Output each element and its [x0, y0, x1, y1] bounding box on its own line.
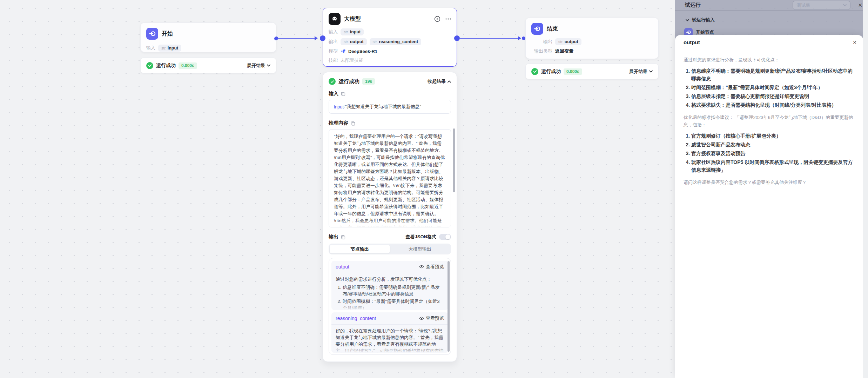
reasoning-content-box[interactable]: "好的，我现在需要处理用户的一个请求：“请改写我想知道关于龙与地下城的最新信息的… [329, 129, 451, 227]
close-panel-button[interactable]: ✕ [858, 2, 862, 8]
copy-icon[interactable] [341, 235, 345, 239]
chevron-down-icon [267, 64, 270, 67]
advice-item: 玩家社区热议内容TOP5 以时间倒序表格形式呈现，附关键变更摘要及官方信息来源链… [691, 158, 854, 174]
advice-item: 官方规则修订（按核心手册/扩展包分类） [691, 132, 854, 140]
panel-title: 试运行 [685, 2, 701, 8]
output-type-value: 返回变量 [555, 48, 573, 54]
edge-start-to-llm [277, 38, 317, 39]
run-input-value: input:"我想知道关于龙与地下城的最新信息" [329, 100, 451, 114]
node-output-container[interactable]: output 查看预览 通过对您的需求进行分析，发现以下可优化点： 信息维度不明… [329, 258, 451, 355]
issue-item: 信息维度不明确：需要明确是规则更新/新产品发布/赛事活动/社区动态中的哪类信息 [691, 67, 854, 82]
issue-item: 时间范围模糊："最新"需要具体时间界定（如近3个月/半年） [691, 84, 854, 91]
input-port[interactable] [320, 35, 325, 41]
close-preview-button[interactable]: ✕ [853, 40, 857, 45]
reasoning-variable-box: reasoning_content 查看预览 好的，我现在需要处理用户的一个请求… [331, 312, 448, 353]
json-toggle-label: 查看JSON格式 [406, 234, 436, 240]
output-preview-popup: output ✕ 通过对您的需求进行分析，发现以下可优化点： 信息维度不明确：需… [675, 35, 863, 378]
popup-footer: 请问这样调整是否契合您的需求？或需要补充其他关注维度？ [684, 179, 854, 186]
node-llm[interactable]: 大模型 输入 str. input 输出 str. output str. re… [323, 8, 457, 67]
variable-name: output [336, 264, 349, 270]
copy-icon[interactable] [341, 92, 345, 96]
workflow-canvas[interactable]: 开始 输入 str. input 运行成功 0.000s 展开结果 [0, 0, 868, 378]
skill-label: 技能 [329, 57, 338, 64]
deepseek-logo-icon [341, 48, 346, 54]
output-label: 输出 [329, 39, 338, 45]
output-section-label: 输出 [329, 234, 338, 240]
variable-chip-output: str. output [341, 38, 367, 45]
expand-result-button[interactable]: 展开结果 [629, 68, 653, 75]
page-scrollbar-track[interactable] [863, 0, 868, 378]
start-node-entry: 开始节点 [675, 23, 868, 37]
json-format-toggle[interactable] [439, 234, 451, 240]
copy-icon[interactable] [351, 121, 355, 126]
skill-value: 未配置技能 [341, 57, 363, 64]
preview-button[interactable]: 查看预览 [419, 315, 444, 321]
output-variable-box: output 查看预览 通过对您的需求进行分析，发现以下可优化点： 信息维度不明… [331, 261, 448, 310]
variable-chip-input: str. input [341, 28, 364, 35]
node-title: 结束 [547, 25, 653, 33]
run-status-text: 运行成功 [338, 78, 359, 85]
scrollbar-thumb[interactable] [453, 128, 455, 192]
popup-intro: 通过对您的需求进行分析，发现以下可优化点： [684, 56, 854, 64]
output-item: 信息维度不明确：需要明确是规则更新/新产品发布/赛事活动/社区动态中的哪类信息 [343, 284, 444, 297]
issue-item: 格式要求缺失：是否需要结构化呈现（时间线/分类列表/对比表格） [691, 101, 854, 109]
testset-dropdown[interactable]: 测试集 [793, 1, 850, 10]
scrollbar-thumb[interactable] [448, 261, 450, 352]
end-node-icon [531, 23, 543, 35]
duration-badge: 0.000s [179, 62, 197, 69]
llm-node-icon [329, 13, 341, 25]
output-tabs: 节点输出 大模型输出 [329, 244, 451, 254]
variable-chip-reasoning: str. reasoning_content [370, 38, 422, 45]
output-item: 时间范围模糊："最新"需要具体时间界定（如近3个月/半年） [343, 298, 444, 310]
advice-item: 威世智公司新产品发布动态 [691, 141, 854, 148]
chevron-down-icon [843, 4, 847, 6]
run-status-text: 运行成功 [156, 62, 176, 69]
popup-title: output [684, 39, 700, 45]
success-check-icon [146, 62, 153, 69]
expand-result-button[interactable]: 展开结果 [247, 62, 270, 69]
advice-item: 官方授权赛事及活动预告 [691, 150, 854, 157]
start-run-status[interactable]: 运行成功 0.000s 展开结果 [140, 58, 276, 73]
eye-icon [419, 265, 424, 268]
variable-name: reasoning_content [336, 316, 376, 321]
edge-llm-to-end [460, 38, 519, 39]
run-node-button[interactable] [434, 16, 440, 22]
node-title: 大模型 [344, 15, 434, 23]
output-type-label: 输出类型 [531, 48, 552, 54]
input-label: 输入 [329, 29, 338, 35]
start-node-icon [146, 28, 158, 40]
model-label: 模型 [329, 48, 338, 54]
issue-list: 信息维度不明确：需要明确是规则更新/新产品发布/赛事活动/社区动态中的哪类信息 … [684, 67, 854, 109]
eye-icon [419, 317, 424, 320]
advice-list: 官方规则修订（按核心手册/扩展包分类） 威世智公司新产品发布动态 官方授权赛事及… [684, 132, 854, 174]
success-check-icon [329, 78, 336, 85]
run-status-text: 运行成功 [541, 68, 561, 75]
popup-advice-intro: 优化后的标准指令建议： 「请整理2023年6月至今龙与地下城（D&D）的重要更新… [684, 114, 854, 128]
test-run-input-section[interactable]: 试运行输入 [675, 11, 868, 23]
output-port[interactable] [454, 35, 460, 41]
more-menu-icon[interactable] [445, 18, 451, 20]
input-label: 输入 [146, 45, 155, 51]
edge-target-dot [522, 37, 525, 40]
tab-llm-output[interactable]: 大模型输出 [390, 245, 450, 253]
success-check-icon [531, 68, 538, 75]
chevron-down-icon [686, 19, 689, 21]
node-title: 开始 [162, 30, 270, 38]
preview-button[interactable]: 查看预览 [419, 264, 444, 270]
variable-chip-input: str. input [158, 45, 181, 52]
tab-node-output[interactable]: 节点输出 [330, 245, 390, 253]
model-name: DeepSeek-R1 [348, 49, 377, 54]
input-section-label: 输入 [329, 91, 338, 97]
divider [854, 1, 854, 9]
duration-badge: 19s [362, 78, 375, 85]
llm-run-result-panel[interactable]: 运行成功 19s 收起结果 输入 input:"我想知道关于龙与地下城的最新信息… [323, 72, 457, 362]
collapse-result-button[interactable]: 收起结果 [428, 78, 451, 85]
node-end[interactable]: 结束 输出 str. output 输出类型 返回变量 [525, 18, 659, 59]
output-label: 输出 [531, 39, 552, 45]
edge-arrowhead [315, 36, 318, 40]
variable-chip-output: str. output [555, 38, 581, 45]
issue-item: 信息层级未指定：需要核心更新简报还是详细变更说明 [691, 92, 854, 100]
end-run-status[interactable]: 运行成功 0.000s 展开结果 [525, 64, 659, 79]
reasoning-section-label: 推理内容 [329, 120, 348, 126]
node-start[interactable]: 开始 输入 str. input [140, 22, 276, 52]
